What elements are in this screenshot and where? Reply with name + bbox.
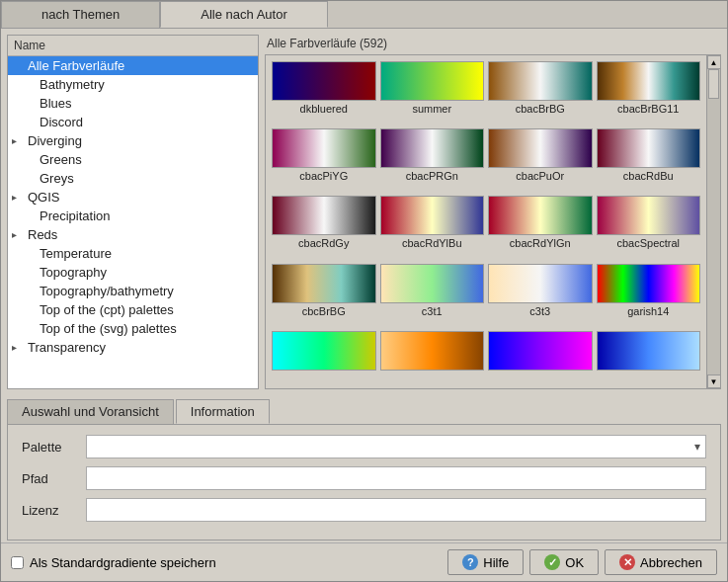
palette-swatch [488,128,593,168]
palette-item-c3t1[interactable]: c3t1 [380,264,485,327]
palette-item-cbacRdYlBu[interactable]: cbacRdYlBu [380,196,485,259]
bottom-section: Auswahl und Voransicht Information Palet… [1,395,727,542]
tree-item-label: Reds [28,227,57,242]
palette-swatch [488,331,593,371]
tree-item-topography[interactable]: Topography [8,263,258,282]
lizenz-input[interactable] [86,498,706,522]
tab-auswahl[interactable]: Auswahl und Voransicht [7,399,174,424]
tree-item-label: Top of the (cpt) palettes [40,302,174,317]
tree-arrow: ▸ [12,342,24,353]
abbrechen-button[interactable]: ✕ Abbrechen [605,549,717,575]
palette-swatch [380,196,485,235]
tree-item-label: Top of the (svg) palettes [40,321,177,336]
tree-item-greys[interactable]: Greys [8,169,258,188]
form-row-lizenz: Lizenz [22,498,706,522]
palette-swatch [272,196,376,235]
default-gradient-label: Als Standardgradiente speichern [30,555,216,570]
tree-item-blues[interactable]: Blues [8,94,258,113]
palette-item-summer[interactable]: summer [380,61,485,125]
hilfe-label: Hilfe [483,555,509,570]
scrollbar-track[interactable] [707,69,720,374]
default-gradient-checkbox[interactable] [11,556,24,569]
top-tab-bar: nach Themen Alle nach Autor [1,1,727,29]
palette-item-cbacPuOr[interactable]: cbacPuOr [488,128,593,192]
palette-item-dkbluered[interactable]: dkbluered [272,61,376,125]
palette-item-cbacBrBG11[interactable]: cbacBrBG11 [597,61,701,125]
scrollbar[interactable]: ▲ ▼ [706,55,720,388]
left-panel: Name Alle Farbverläufe Bathymetry Blues … [7,35,259,389]
tab-alle-nach-autor[interactable]: Alle nach Autor [160,1,327,28]
palette-item-garish14[interactable]: garish14 [597,264,701,327]
palette-swatch [488,196,593,235]
scrollbar-thumb[interactable] [708,69,719,99]
palette-item-row5c[interactable] [488,331,593,382]
tree-item-label: Greens [40,152,82,167]
tree-item-diverging[interactable]: ▸ Diverging [8,131,258,150]
tree-item-label: Greys [40,171,74,186]
palette-item-cbacBrBG[interactable]: cbacBrBG [488,61,593,125]
tree-item-top-svg[interactable]: Top of the (svg) palettes [8,319,258,338]
palette-label: cbacRdGy [298,237,349,249]
tree-item-qgis[interactable]: ▸ QGIS [8,188,258,207]
hilfe-button[interactable]: ? Hilfe [447,549,524,575]
tree-arrow: ▸ [12,229,24,240]
tree-item-transparency[interactable]: ▸ Transparency [8,338,258,357]
form-row-pfad: Pfad [22,466,706,490]
tree-item-top-cpt[interactable]: Top of the (cpt) palettes [8,300,258,319]
palette-item-cbacPiYG[interactable]: cbacPiYG [272,128,376,192]
palette-item-row5d[interactable] [597,331,701,382]
palette-swatch [597,196,701,235]
form-row-palette: Palette [22,435,706,458]
palette-item-cbacRdYlGn[interactable]: cbacRdYlGn [488,196,593,259]
tree-item-bathymetry[interactable]: Bathymetry [8,75,258,94]
palette-swatch [272,331,376,371]
palette-label: garish14 [627,305,669,317]
tree-item-label: Transparency [28,340,106,355]
tree-item-label: Discord [40,115,83,129]
tree-item-greens[interactable]: Greens [8,150,258,169]
tree-item-temperature[interactable]: Temperature [8,244,258,263]
ok-button[interactable]: ✓ OK [529,549,599,575]
tree-item-topography-bathymetry[interactable]: Topography/bathymetry [8,282,258,300]
palette-item-cbcBrBG[interactable]: cbcBrBG [272,264,376,327]
scrollbar-up-btn[interactable]: ▲ [707,55,721,69]
info-panel: Palette Pfad Lizenz [7,425,721,540]
palette-swatch [380,264,485,303]
palette-item-c3t3[interactable]: c3t3 [488,264,593,327]
tree-item-precipitation[interactable]: Precipitation [8,207,258,225]
palette-swatch [597,331,701,371]
hilfe-icon: ? [462,554,478,570]
palette-item-cbacRdBu[interactable]: cbacRdBu [597,128,701,192]
palette-label-text: Palette [22,440,76,455]
tree-item-reds[interactable]: ▸ Reds [8,225,258,244]
palette-item-cbacRdGy[interactable]: cbacRdGy [272,196,376,259]
tree-list: Alle Farbverläufe Bathymetry Blues Disco… [8,56,258,388]
palette-swatch [272,128,376,168]
tree-arrow: ▸ [12,192,24,203]
palette-swatch [380,331,485,371]
tab-information[interactable]: Information [176,399,270,424]
palette-label: cbacBrBG11 [617,103,679,115]
palette-item-row5b[interactable] [380,331,485,382]
palette-label: c3t3 [529,305,550,317]
palette-select[interactable] [86,435,706,458]
pfad-label: Pfad [22,471,76,486]
palette-item-cbacSpectral[interactable]: cbacSpectral [597,196,701,259]
palette-grid: dkbluered summer cbacBrBG cbacBrBG11 [266,55,720,388]
palette-label: cbacSpectral [616,237,680,249]
ok-icon: ✓ [544,554,560,570]
tree-item-label: Diverging [28,133,82,148]
palette-item-row5a[interactable] [272,331,376,382]
palette-item-cbacPRGn[interactable]: cbacPRGn [380,128,485,192]
palette-swatch [380,128,485,168]
scrollbar-down-btn[interactable]: ▼ [707,374,721,388]
pfad-input[interactable] [86,466,706,490]
palette-label: cbacPuOr [516,170,564,182]
ok-label: OK [565,555,584,570]
palette-header: Alle Farbverläufe (592) [265,35,721,54]
palette-select-wrap [86,435,706,458]
palette-label: cbacBrBG [516,103,565,115]
tree-item-discord[interactable]: Discord [8,113,258,131]
tree-item-alle[interactable]: Alle Farbverläufe [8,56,258,75]
tab-nach-themen[interactable]: nach Themen [1,1,160,28]
